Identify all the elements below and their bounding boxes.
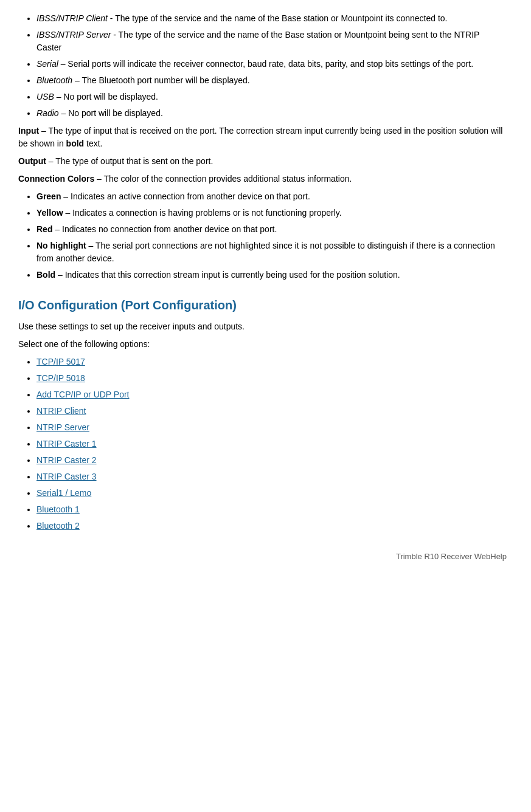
serial-sep: – [58,59,66,69]
list-item-ntrip-server: NTRIP Server [36,421,507,434]
list-item-no-highlight: No highlight – The serial port connectio… [36,239,507,265]
link-add-tcpip-udp[interactable]: Add TCP/IP or UDP Port [36,390,130,399]
list-item-ibss-server: IBSS/NTRIP Server - The type of the serv… [36,29,507,54]
list-item-ibss-client: IBSS/NTRIP Client - The type of the serv… [36,12,507,25]
radio-sep: – [59,108,66,118]
link-tcpip-5017[interactable]: TCP/IP 5017 [36,357,85,366]
yellow-text: – Indicates a connection is having probl… [63,208,342,218]
output-text: – The type of output that is sent on the… [46,156,213,166]
io-section-heading: I/O Configuration (Port Configuration) [18,296,507,314]
serial-label: Serial [36,59,58,69]
link-bluetooth-2[interactable]: Bluetooth 2 [36,521,80,531]
list-item-tcpip-5018: TCP/IP 5018 [36,372,507,385]
list-item-ntrip-caster-2: NTRIP Caster 2 [36,454,507,467]
red-text: – Indicates no connection from another d… [52,224,277,234]
list-item-ntrip-client: NTRIP Client [36,405,507,418]
radio-text: No port will be displayed. [66,108,163,118]
link-ntrip-server[interactable]: NTRIP Server [36,422,89,432]
no-highlight-label: No highlight [36,241,86,250]
bold-text: – Indicates that this correction stream … [55,270,400,280]
list-item-bluetooth-1: Bluetooth 1 [36,503,507,516]
ibss-server-label: IBSS/NTRIP Server [36,30,111,40]
no-highlight-text: – The serial port connections are not hi… [36,241,495,263]
list-item-bold: Bold – Indicates that this correction st… [36,269,507,281]
usb-label: USB [36,92,54,102]
output-paragraph: Output – The type of output that is sent… [18,155,507,168]
io-intro1: Use these settings to set up the receive… [18,320,507,333]
input-bold-word: bold [66,139,85,148]
link-serial1-lemo[interactable]: Serial1 / Lemo [36,488,91,498]
footer: Trimble R10 Receiver WebHelp [18,551,507,563]
link-ntrip-caster-2[interactable]: NTRIP Caster 2 [36,455,97,465]
list-item-red: Red – Indicates no connection from anoth… [36,223,507,236]
bluetooth-sep: – [72,75,80,85]
connection-bullet-list: Green – Indicates an active connection f… [36,190,507,281]
ibss-client-text: - The type of the service and the name o… [108,13,448,23]
link-tcpip-5018[interactable]: TCP/IP 5018 [36,373,85,383]
bluetooth-label: Bluetooth [36,75,72,85]
output-label: Output [18,156,46,166]
list-item-green: Green – Indicates an active connection f… [36,190,507,203]
bold-label: Bold [36,270,55,280]
link-bluetooth-1[interactable]: Bluetooth 1 [36,504,80,514]
connection-colors-label: Connection Colors [18,174,94,184]
yellow-label: Yellow [36,208,63,218]
input-text2: text. [84,139,102,148]
connection-colors-text: – The color of the connection provides a… [94,174,352,184]
input-label: Input [18,126,39,136]
top-bullet-list: IBSS/NTRIP Client - The type of the serv… [36,12,507,120]
list-item-ntrip-caster-1: NTRIP Caster 1 [36,438,507,450]
list-item-tcpip-5017: TCP/IP 5017 [36,356,507,368]
bluetooth-text: The Bluetooth port number will be displa… [80,75,250,85]
list-item-bluetooth-2: Bluetooth 2 [36,520,507,532]
usb-sep: – [54,92,61,102]
list-item-usb: USB – No port will be displayed. [36,91,507,103]
green-label: Green [36,191,61,201]
link-ntrip-caster-1[interactable]: NTRIP Caster 1 [36,439,97,449]
connection-colors-paragraph: Connection Colors – The color of the con… [18,173,507,185]
ibss-client-label: IBSS/NTRIP Client [36,13,108,23]
list-item-add-tcpip-udp: Add TCP/IP or UDP Port [36,388,507,401]
usb-text: No port will be displayed. [61,92,158,102]
radio-label: Radio [36,108,59,118]
io-section: I/O Configuration (Port Configuration) U… [18,296,507,532]
footer-text: Trimble R10 Receiver WebHelp [396,552,507,561]
list-item-serial: Serial – Serial ports will indicate the … [36,58,507,71]
list-item-serial1-lemo: Serial1 / Lemo [36,487,507,500]
link-ntrip-caster-3[interactable]: NTRIP Caster 3 [36,472,97,481]
list-item-ntrip-caster-3: NTRIP Caster 3 [36,470,507,483]
io-intro2: Select one of the following options: [18,338,507,351]
list-item-bluetooth: Bluetooth – The Bluetooth port number wi… [36,74,507,87]
link-ntrip-client[interactable]: NTRIP Client [36,406,86,416]
list-item-radio: Radio – No port will be displayed. [36,107,507,120]
green-text: – Indicates an active connection from an… [61,191,310,201]
list-item-yellow: Yellow – Indicates a connection is havin… [36,207,507,219]
serial-text: Serial ports will indicate the receiver … [65,59,473,69]
red-label: Red [36,224,52,234]
io-links-list: TCP/IP 5017 TCP/IP 5018 Add TCP/IP or UD… [36,356,507,532]
input-paragraph: Input – The type of input that is receiv… [18,125,507,150]
